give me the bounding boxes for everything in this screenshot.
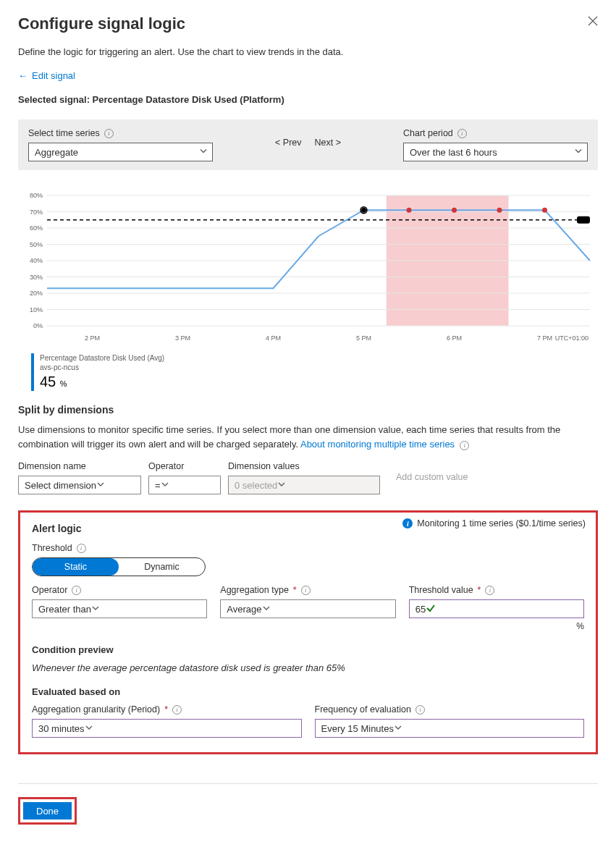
legend-color-bar (31, 353, 34, 391)
legend-series-name: Percentage Datastore Disk Used (Avg) (40, 353, 164, 363)
dimensions-title: Split by dimensions (18, 404, 598, 416)
chevron-down-icon (574, 147, 583, 158)
svg-point-33 (452, 208, 457, 213)
info-icon[interactable]: i (77, 544, 86, 553)
chevron-down-icon (394, 723, 402, 734)
prev-button[interactable]: < Prev (275, 138, 301, 148)
threshold-toggle[interactable]: Static Dynamic (32, 557, 206, 576)
dimension-name-label: Dimension name (18, 461, 141, 471)
svg-text:50%: 50% (30, 241, 43, 248)
info-icon[interactable]: i (72, 586, 81, 595)
svg-text:2 PM: 2 PM (85, 334, 100, 342)
threshold-value-label: Threshold value (409, 585, 473, 595)
dimensions-help: Use dimensions to monitor specific time … (18, 423, 598, 451)
timeseries-select[interactable]: Aggregate (28, 143, 213, 161)
add-custom-value-link[interactable]: Add custom value (387, 472, 468, 484)
svg-text:3 PM: 3 PM (175, 334, 190, 342)
chevron-down-icon (85, 723, 93, 734)
selected-signal-label: Selected signal: (18, 94, 90, 105)
legend-value: 45 (40, 374, 56, 389)
svg-text:70%: 70% (30, 208, 43, 216)
page-title: Configure signal logic (18, 14, 598, 33)
close-icon[interactable] (588, 16, 598, 28)
required-marker: * (478, 585, 481, 595)
frequency-value: Every 15 Minutes (321, 723, 394, 734)
dimension-operator-select[interactable]: = (148, 476, 221, 494)
selected-signal-value: Percentage Datastore Disk Used (Platform… (93, 94, 284, 105)
chart-legend: Percentage Datastore Disk Used (Avg) avs… (18, 353, 598, 391)
threshold-value: 65 (415, 604, 426, 615)
chevron-down-icon (161, 480, 169, 491)
selected-signal: Selected signal: Percentage Datastore Di… (18, 94, 598, 105)
svg-text:5 PM: 5 PM (356, 334, 371, 342)
info-icon[interactable]: i (415, 705, 425, 715)
svg-text:30%: 30% (30, 274, 43, 281)
aggregation-value: Average (227, 604, 261, 615)
done-button[interactable]: Done (23, 802, 72, 819)
info-icon[interactable]: i (172, 705, 182, 715)
granularity-value: 30 minutes (38, 723, 85, 734)
threshold-dynamic-option[interactable]: Dynamic (119, 558, 205, 576)
threshold-static-option[interactable]: Static (33, 558, 119, 576)
info-icon[interactable]: i (301, 586, 311, 595)
dimension-row: Dimension name Select dimension Operator… (18, 461, 598, 494)
evaluated-title: Evaluated based on (32, 686, 584, 697)
svg-point-35 (542, 208, 547, 213)
granularity-select[interactable]: 30 minutes (32, 719, 302, 738)
svg-text:40%: 40% (30, 257, 43, 264)
svg-text:20%: 20% (30, 290, 43, 297)
dimension-values-value: 0 selected (235, 480, 277, 491)
dimension-values-select[interactable]: 0 selected (228, 476, 380, 494)
required-marker: * (293, 585, 297, 595)
svg-text:10%: 10% (30, 306, 43, 313)
granularity-label: Aggregation granularity (Period) (32, 704, 160, 715)
svg-rect-29 (577, 216, 590, 224)
dimension-operator-label: Operator (148, 461, 221, 471)
chevron-down-icon (96, 480, 105, 491)
required-marker: * (164, 704, 168, 715)
svg-text:0%: 0% (33, 322, 43, 329)
svg-text:7 PM: 7 PM (537, 334, 552, 342)
done-button-highlight: Done (18, 797, 77, 825)
dimension-name-value: Select dimension (25, 480, 96, 491)
svg-point-32 (407, 208, 412, 213)
chevron-down-icon (199, 147, 208, 158)
aggregation-label: Aggregation type (220, 585, 289, 595)
frequency-select[interactable]: Every 15 Minutes (315, 719, 585, 738)
svg-point-30 (361, 208, 366, 213)
svg-text:60%: 60% (30, 224, 43, 232)
threshold-unit: % (409, 621, 584, 631)
threshold-value-input[interactable]: 65 (409, 599, 584, 618)
arrow-left-icon: ← (18, 70, 28, 81)
condition-preview-title: Condition preview (32, 644, 584, 655)
chevron-down-icon (91, 604, 100, 615)
operator-select[interactable]: Greater than (32, 599, 207, 618)
info-icon[interactable]: i (104, 129, 114, 138)
svg-text:UTC+01:00: UTC+01:00 (555, 334, 588, 342)
edit-signal-link[interactable]: ← Edit signal (18, 70, 75, 81)
info-icon[interactable]: i (457, 129, 467, 138)
dimensions-help-link[interactable]: About monitoring multiple time series (300, 439, 455, 450)
chart-period-value: Over the last 6 hours (410, 147, 497, 158)
info-icon: i (402, 518, 413, 528)
alert-logic-section: i Monitoring 1 time series ($0.1/time se… (18, 510, 598, 754)
info-icon[interactable]: i (460, 441, 469, 450)
chart-period-label: Chart period (403, 128, 453, 138)
aggregation-select[interactable]: Average (220, 599, 395, 618)
page-description: Define the logic for triggering an alert… (18, 46, 598, 57)
threshold-label: Threshold (32, 543, 72, 553)
metric-chart: 0%10%20%30%40%50%60%70%80%2 PM3 PM4 PM5 … (18, 188, 598, 347)
info-icon[interactable]: i (485, 586, 494, 595)
svg-point-34 (497, 208, 502, 213)
dimensions-help-text: Use dimensions to monitor specific time … (18, 424, 560, 450)
timeseries-select-value: Aggregate (35, 147, 78, 158)
dimension-operator-value: = (155, 480, 161, 491)
dimension-name-select[interactable]: Select dimension (18, 476, 141, 494)
chart-period-select[interactable]: Over the last 6 hours (403, 143, 588, 161)
chevron-down-icon (262, 604, 271, 615)
legend-unit: % (60, 379, 67, 388)
operator-label: Operator (32, 585, 67, 595)
next-button[interactable]: Next > (315, 138, 341, 148)
check-icon (426, 603, 436, 615)
timeseries-controls: Select time series i Aggregate < Prev Ne… (18, 119, 598, 170)
